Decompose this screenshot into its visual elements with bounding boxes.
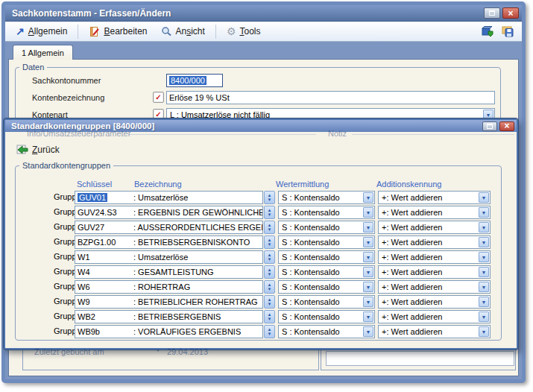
additionskennung-select[interactable]: +: Wert addieren ▼ — [378, 310, 491, 323]
additionskennung-select[interactable]: +: Wert addieren ▼ — [378, 191, 491, 204]
menu-bearbeiten[interactable]: Bearbeiten — [84, 25, 151, 39]
menu-tools[interactable]: ⚙ Tools — [222, 25, 265, 38]
chevron-down-icon[interactable]: ▼ — [363, 237, 373, 247]
key-input[interactable]: GUV01 : Umsatzerlöse — [75, 191, 263, 204]
wertermittlung-select[interactable]: S : Kontensaldo ▼ — [278, 295, 375, 309]
chevron-down-icon[interactable]: ▼ — [479, 312, 489, 322]
info-group-label-bleed: Info/Umsatzsteuerparameter — [27, 129, 130, 138]
close-button[interactable]: × — [502, 7, 519, 19]
key-spinner[interactable]: ▲ ▼ — [264, 235, 275, 249]
chevron-down-icon[interactable]: ▼ — [479, 282, 489, 292]
key-spinner[interactable]: ▲ ▼ — [264, 265, 275, 279]
additionskennung-value: +: Wert addieren — [382, 312, 442, 321]
key-input[interactable]: W1 : Umsatzerlöse — [75, 250, 263, 264]
key-spinner[interactable]: ▲ ▼ — [264, 310, 275, 323]
chevron-down-icon[interactable]: ▼ — [479, 237, 489, 247]
chevron-down-icon[interactable]: ▼ — [479, 222, 489, 233]
additionskennung-select[interactable]: +: Wert addieren ▼ — [378, 206, 491, 219]
chevron-down-icon[interactable]: ▼ — [363, 326, 373, 337]
kontenbezeichnung-input[interactable]: Erlöse 19 % USt — [166, 91, 495, 104]
key-input[interactable]: W4 : GESAMTLEISTUNG — [75, 265, 263, 279]
key-spinner[interactable]: ▲ ▼ — [264, 325, 275, 338]
gear-icon: ⚙ — [227, 26, 236, 37]
additionskennung-select[interactable]: +: Wert addieren ▼ — [378, 250, 491, 264]
wertermittlung-select[interactable]: S : Kontensaldo ▼ — [278, 310, 375, 323]
key-input[interactable]: BZPG1.00 : BETRIEBSERGEBNISKONTO — [75, 235, 263, 249]
key-spinner[interactable]: ▲ ▼ — [264, 280, 275, 294]
key-spinner[interactable]: ▲ ▼ — [264, 221, 275, 234]
chevron-down-icon[interactable]: ▼ — [363, 252, 373, 262]
key-value: W1 — [78, 253, 90, 262]
additionskennung-select[interactable]: +: Wert addieren ▼ — [378, 295, 491, 309]
chevron-down-icon[interactable]: ▼ — [479, 207, 489, 218]
window-title: Sachkontenstamm - Erfassen/Ändern — [12, 8, 171, 19]
additionskennung-select[interactable]: +: Wert addieren ▼ — [378, 221, 491, 234]
key-spinner[interactable]: ▲ ▼ — [264, 206, 275, 219]
chevron-down-icon[interactable]: ▼ — [479, 297, 489, 307]
key-value: GUV27 — [78, 223, 104, 232]
save-button[interactable] — [501, 25, 514, 37]
chevron-down-icon[interactable]: ▼ — [363, 297, 373, 307]
chevron-down-icon[interactable]: ▼ — [363, 267, 373, 277]
wertermittlung-select[interactable]: S : Kontensaldo ▼ — [278, 221, 375, 234]
spinner-down-icon: ▼ — [268, 227, 272, 232]
restore-button[interactable] — [484, 7, 500, 19]
chevron-down-icon[interactable]: ▼ — [479, 267, 489, 277]
wertermittlung-value: S : Kontensaldo — [282, 223, 340, 232]
additionskennung-select[interactable]: +: Wert addieren ▼ — [378, 325, 491, 338]
key-spinner[interactable]: ▲ ▼ — [264, 250, 275, 264]
dialog-close-button[interactable]: × — [499, 121, 514, 131]
additionskennung-select[interactable]: +: Wert addieren ▼ — [378, 235, 491, 249]
main-titlebar[interactable]: Sachkontenstamm - Erfassen/Ändern × — [5, 5, 522, 22]
chevron-down-icon[interactable]: ▼ — [363, 207, 373, 218]
sachkontonummer-input[interactable]: 8400/000 — [166, 74, 223, 87]
menu-ansicht[interactable]: Ansicht — [157, 25, 209, 39]
group-line — [128, 134, 316, 135]
key-input[interactable]: GUV24.S3 : ERGEBNIS DER GEWÖHNLICHEN GES — [75, 206, 263, 219]
key-description: : ERGEBNIS DER GEWÖHNLICHEN GES — [133, 208, 263, 217]
menu-allgemein[interactable]: ↗ Allgemein — [11, 25, 72, 38]
additionskennung-value: +: Wert addieren — [382, 327, 442, 336]
additionskennung-select[interactable]: +: Wert addieren ▼ — [378, 265, 491, 279]
chevron-down-icon[interactable]: ▼ — [479, 192, 489, 203]
additionskennung-select[interactable]: +: Wert addieren ▼ — [378, 280, 491, 294]
chevron-down-icon[interactable]: ▼ — [363, 222, 373, 233]
additionskennung-value: +: Wert addieren — [382, 297, 442, 306]
notiz-textarea[interactable] — [326, 351, 514, 366]
table-row: Gruppe 2 GUV24.S3 : ERGEBNIS DER GEWÖHNL… — [5, 206, 517, 219]
wertermittlung-select[interactable]: S : Kontensaldo ▼ — [278, 250, 375, 264]
key-input[interactable]: W6 : ROHERTRAG — [75, 280, 263, 294]
dialog-restore-button[interactable] — [482, 121, 497, 131]
zurueck-button[interactable]: Zurück — [13, 142, 63, 158]
key-input[interactable]: WB9b : VORLÄUFIGES ERGEBNIS — [75, 325, 263, 338]
sachkontonummer-label: Sachkontonummer — [32, 76, 101, 85]
key-spinner[interactable]: ▲ ▼ — [264, 295, 275, 309]
kontenbezeichnung-value: Erlöse 19 % USt — [169, 93, 230, 102]
wertermittlung-select[interactable]: S : Kontensaldo ▼ — [278, 325, 375, 338]
key-input[interactable]: WB2 : BETRIEBSERGEBNIS — [75, 310, 263, 323]
spinner-down-icon: ▼ — [268, 302, 272, 306]
wertermittlung-select[interactable]: S : Kontensaldo ▼ — [278, 265, 375, 279]
additionskennung-value: +: Wert addieren — [382, 282, 442, 291]
wertermittlung-select[interactable]: S : Kontensaldo ▼ — [278, 206, 375, 219]
wertermittlung-select[interactable]: S : Kontensaldo ▼ — [278, 280, 375, 294]
sachkontonummer-value: 8400/000 — [169, 76, 206, 85]
chevron-down-icon[interactable]: ▼ — [363, 192, 373, 203]
wertermittlung-value: S : Kontensaldo — [282, 282, 340, 291]
check-button[interactable]: ✓ — [153, 92, 164, 103]
key-input[interactable]: W9 : BETRIEBLICHER ROHERTRAG — [75, 295, 263, 309]
wertermittlung-select[interactable]: S : Kontensaldo ▼ — [278, 235, 375, 249]
chevron-down-icon[interactable]: ▼ — [363, 312, 373, 322]
additionskennung-value: +: Wert addieren — [382, 253, 442, 262]
key-input[interactable]: GUV27 : AUSSERORDENTLICHES ERGEBNIS — [75, 221, 263, 234]
magnifier-icon — [161, 26, 172, 37]
chevron-down-icon[interactable]: ▼ — [479, 252, 489, 262]
tab-allgemein[interactable]: 1 Allgemein — [13, 45, 73, 60]
chevron-down-icon[interactable]: ▼ — [479, 326, 489, 337]
chevron-down-icon[interactable]: ▼ — [363, 282, 373, 292]
key-spinner[interactable]: ▲ ▼ — [264, 191, 275, 204]
wertermittlung-select[interactable]: S : Kontensaldo ▼ — [278, 191, 375, 204]
wertermittlung-value: S : Kontensaldo — [282, 208, 340, 217]
book-export-button[interactable] — [481, 25, 494, 37]
arrow-ne-icon: ↗ — [16, 26, 25, 37]
